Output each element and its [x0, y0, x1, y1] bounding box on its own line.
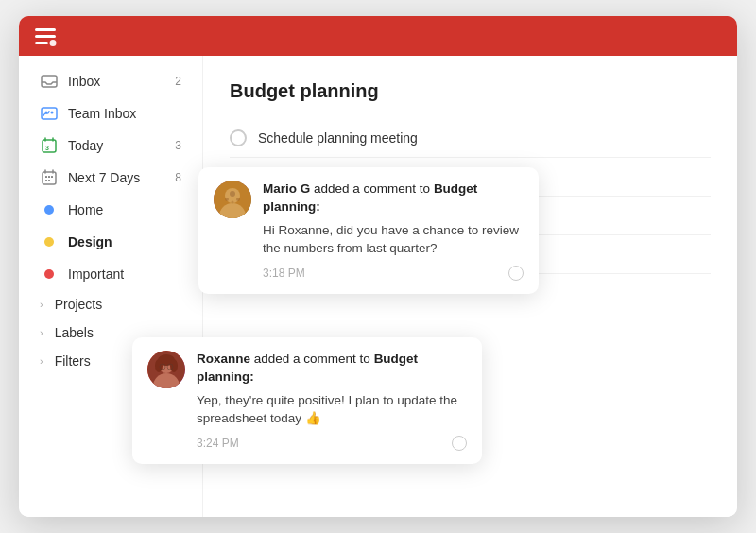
- projects-label: Projects: [55, 297, 181, 312]
- next7days-icon: [40, 168, 59, 187]
- team-inbox-icon: [40, 104, 59, 123]
- notif-roxanne-action-circle[interactable]: [452, 436, 467, 451]
- notif-roxanne-message: Yep, they're quite positive! I plan to u…: [197, 391, 467, 428]
- title-bar: [19, 16, 737, 56]
- notif-roxanne-time: 3:24 PM: [197, 437, 239, 450]
- app-window: Inbox 2 Team Inbox: [19, 16, 737, 517]
- svg-point-22: [230, 191, 235, 197]
- notif-mario-title: Mario G added a comment to Budget planni…: [263, 181, 524, 216]
- mario-avatar: [214, 181, 251, 218]
- svg-rect-12: [48, 176, 50, 178]
- app-logo: [32, 23, 59, 49]
- design-label: Design: [68, 234, 181, 249]
- notification-card-roxanne: Roxanne added a comment to Budget planni…: [132, 337, 482, 464]
- sidebar-projects-toggle[interactable]: › Projects: [25, 290, 197, 318]
- filters-chevron-icon: ›: [40, 355, 43, 367]
- today-icon: 3: [40, 136, 59, 155]
- sidebar-item-design[interactable]: Design: [25, 226, 197, 258]
- svg-point-21: [232, 201, 234, 204]
- sidebar-item-important[interactable]: Important: [25, 258, 197, 290]
- inbox-badge: 2: [175, 75, 181, 88]
- svg-point-7: [51, 112, 54, 114]
- today-badge: 3: [175, 139, 181, 152]
- notif-roxanne-footer: 3:24 PM: [197, 436, 467, 451]
- notif-mario-message: Hi Roxanne, did you have a chance to rev…: [263, 221, 524, 258]
- svg-rect-0: [35, 28, 56, 31]
- svg-point-20: [236, 198, 240, 201]
- important-dot-icon: [40, 265, 59, 284]
- sidebar-item-home[interactable]: Home: [25, 194, 197, 226]
- projects-chevron-icon: ›: [40, 299, 43, 310]
- svg-point-3: [50, 40, 57, 46]
- labels-chevron-icon: ›: [40, 327, 43, 338]
- task-complete-button[interactable]: [230, 129, 247, 146]
- svg-rect-1: [35, 35, 56, 38]
- notif-mario-footer: 3:18 PM: [263, 266, 524, 281]
- svg-rect-11: [45, 176, 47, 178]
- roxanne-avatar: [147, 351, 185, 388]
- svg-point-27: [155, 359, 163, 372]
- task-text: Schedule planning meeting: [258, 130, 418, 146]
- svg-rect-14: [45, 180, 47, 181]
- svg-rect-5: [42, 108, 57, 119]
- sidebar-item-today[interactable]: 3 Today 3: [25, 129, 197, 162]
- notif-mario-body: Mario G added a comment to Budget planni…: [263, 181, 524, 281]
- sidebar-item-inbox[interactable]: Inbox 2: [25, 65, 197, 97]
- inbox-icon: [40, 72, 59, 91]
- svg-text:3: 3: [45, 145, 49, 151]
- next7days-label: Next 7 Days: [68, 170, 163, 185]
- svg-rect-2: [35, 42, 48, 44]
- task-row: Schedule planning meeting: [230, 119, 711, 158]
- svg-rect-13: [51, 176, 53, 178]
- svg-point-28: [170, 359, 178, 372]
- page-title: Budget planning: [230, 80, 711, 102]
- home-dot-icon: [40, 200, 59, 219]
- sidebar-item-next7days[interactable]: Next 7 Days 8: [25, 162, 197, 194]
- today-label: Today: [68, 138, 163, 153]
- notif-mario-time: 3:18 PM: [263, 266, 305, 280]
- notif-roxanne-title: Roxanne added a comment to Budget planni…: [197, 351, 467, 387]
- important-label: Important: [68, 266, 181, 282]
- notif-roxanne-body: Roxanne added a comment to Budget planni…: [197, 351, 467, 451]
- sidebar-item-team-inbox[interactable]: Team Inbox: [25, 97, 197, 129]
- home-label: Home: [68, 202, 181, 217]
- svg-rect-15: [48, 180, 50, 181]
- svg-point-19: [225, 198, 229, 201]
- svg-rect-10: [43, 172, 56, 184]
- inbox-label: Inbox: [68, 74, 163, 89]
- next7days-badge: 8: [175, 171, 181, 184]
- design-dot-icon: [40, 232, 59, 251]
- notification-card-mario: Mario G added a comment to Budget planni…: [198, 167, 539, 294]
- svg-rect-4: [42, 76, 57, 87]
- team-inbox-label: Team Inbox: [68, 106, 181, 121]
- notif-mario-action-circle[interactable]: [508, 266, 524, 281]
